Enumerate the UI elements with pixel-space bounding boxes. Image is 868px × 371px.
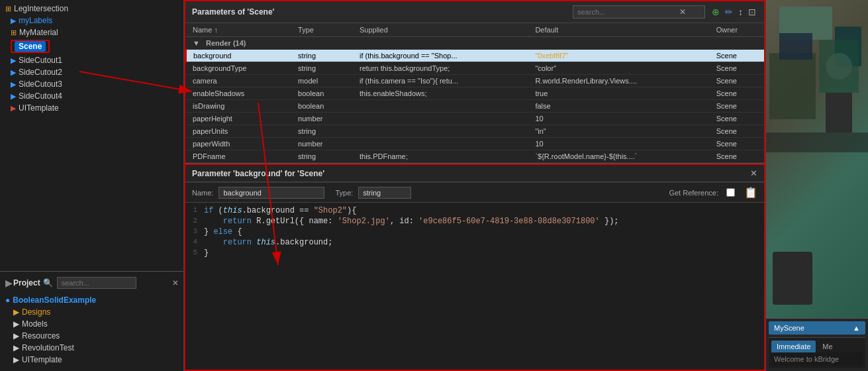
- name-input[interactable]: [218, 187, 324, 199]
- project-models[interactable]: ▶ Models: [0, 318, 183, 330]
- tree-item-uitemplate[interactable]: ▶ UITemplate: [0, 102, 183, 114]
- ref-checkbox[interactable]: [726, 188, 735, 197]
- params-table: Name ↑ Type Supplied Default Owner ▼ Ren…: [185, 23, 764, 163]
- tree-view: ⊞ LegIntersection ▶ myLabels ⊞ MyMateria…: [0, 0, 183, 271]
- project-icon: ▶: [5, 278, 12, 288]
- project-search-input[interactable]: [57, 277, 136, 289]
- circle-icon5: ▶: [11, 92, 16, 101]
- project-label2: roject: [19, 278, 40, 288]
- tree-item-scene[interactable]: Scene: [0, 38, 183, 54]
- table-row[interactable]: backgroundType string return this.backgr…: [186, 62, 764, 75]
- param-default: "in": [528, 125, 709, 138]
- params-title: Parameters of 'Scene': [192, 7, 573, 17]
- type-label: Type:: [335, 189, 353, 197]
- tree-item-sidecutout3[interactable]: ▶ SideCutout3: [0, 78, 183, 90]
- table-row[interactable]: paperHeight number 10 Scene: [186, 113, 764, 125]
- table-row[interactable]: paperWidth number 10 Scene: [186, 138, 764, 150]
- search-icon: 🔍: [43, 278, 53, 288]
- param-type: boolean: [291, 100, 353, 113]
- project-panel: ▶ P roject 🔍 ✕ ● BooleanSolidExample ▶ D…: [0, 271, 183, 371]
- tree-item-label: LegIntersection: [14, 4, 68, 13]
- param-supplied: [353, 100, 528, 113]
- scene-outline: Scene: [11, 40, 50, 53]
- params-search-input[interactable]: [577, 8, 677, 16]
- code-line-3: 3 } else {: [185, 227, 764, 237]
- table-row[interactable]: camera model if (this.camera == "Iso"){ …: [186, 75, 764, 87]
- tree-item-mymaterial[interactable]: ⊞ MyMaterial: [0, 26, 183, 38]
- section-label: ▼ Render (14): [186, 37, 764, 50]
- param-owner: Scene: [710, 125, 764, 138]
- expand-icon[interactable]: ⊡: [747, 5, 757, 19]
- search-clear-button[interactable]: ✕: [679, 7, 686, 17]
- tab-immediate[interactable]: Immediate: [771, 341, 816, 352]
- table-row-background[interactable]: background string if (this.background ==…: [186, 50, 764, 62]
- param-name: backgroundType: [186, 62, 291, 75]
- param-default: true: [528, 87, 709, 100]
- machine-svg: [766, 0, 868, 318]
- detail-header: Parameter 'background' for 'Scene' ✕: [185, 165, 764, 182]
- parameters-panel: Parameters of 'Scene' ✕ ⊕ ✏ ↕ ⊡ Name ↑ T…: [185, 1, 764, 164]
- param-supplied: [353, 138, 528, 150]
- detail-title: Parameter 'background' for 'Scene': [192, 169, 324, 178]
- param-owner: Scene: [710, 75, 764, 87]
- designs-label: Designs: [22, 307, 50, 317]
- project-revolution[interactable]: ▶ RevolutionTest: [0, 342, 183, 354]
- tree-item-sidecutout1[interactable]: ▶ SideCutout1: [0, 54, 183, 66]
- myscene-button[interactable]: MyScene ▲: [769, 321, 865, 335]
- resources-label: Resources: [22, 331, 60, 341]
- tree-item-label: SideCutout2: [19, 68, 62, 77]
- col-type: Type: [291, 23, 353, 37]
- tree-item-label: SideCutout1: [19, 56, 62, 65]
- line-number: 5: [185, 248, 204, 256]
- param-owner: Scene: [710, 87, 764, 100]
- tree-item-sidecutout4[interactable]: ▶ SideCutout4: [0, 90, 183, 102]
- param-type: string: [291, 62, 353, 75]
- edit-icon[interactable]: ✏: [724, 5, 734, 19]
- tree-item-label: SideCutout3: [19, 80, 62, 89]
- type-input[interactable]: [358, 187, 411, 199]
- param-name: paperWidth: [186, 138, 291, 150]
- project-tree: ● BooleanSolidExample ▶ Designs ▶ Models…: [0, 292, 183, 368]
- project-uitemplate[interactable]: ▶ UITemplate: [0, 354, 183, 366]
- col-owner: Owner: [710, 23, 764, 37]
- line-content: if (this.background == "Shop2"){: [204, 206, 356, 215]
- immediate-panel: Immediate Me Welcome to kBridge: [769, 337, 865, 368]
- main-panel: Parameters of 'Scene' ✕ ⊕ ✏ ↕ ⊡ Name ↑ T…: [184, 0, 765, 371]
- code-editor[interactable]: 1 if (this.background == "Shop2"){ 2 ret…: [185, 203, 764, 370]
- tree-item-sidecutout2[interactable]: ▶ SideCutout2: [0, 66, 183, 78]
- tab-me[interactable]: Me: [817, 341, 838, 352]
- param-type: boolean: [291, 87, 353, 100]
- immediate-content: Welcome to kBridge: [771, 352, 863, 366]
- table-row[interactable]: paperUnits string "in" Scene: [186, 125, 764, 138]
- code-line-2: 2 return R.getUrl({ name: 'Shop2.jpg', i…: [185, 216, 764, 227]
- collapse-icon[interactable]: ▼: [193, 39, 200, 47]
- project-root-item[interactable]: ● BooleanSolidExample: [0, 294, 183, 306]
- scene-selected-label: Scene: [15, 41, 46, 52]
- table-row[interactable]: enableShadows boolean this.enableShadows…: [186, 87, 764, 100]
- param-type: model: [291, 75, 353, 87]
- circle-icon: ▶: [11, 17, 16, 25]
- sort-icon[interactable]: ↕: [737, 5, 744, 19]
- param-owner: Scene: [710, 100, 764, 113]
- project-designs[interactable]: ▶ Designs: [0, 306, 183, 318]
- project-label: P: [13, 278, 19, 288]
- param-default: `${R.rootModel.name}-${this....`: [528, 150, 709, 163]
- tree-item-mylabels[interactable]: ▶ myLabels: [0, 15, 183, 26]
- param-default: "color": [528, 62, 709, 75]
- doc-icon[interactable]: 📋: [744, 186, 757, 199]
- right-bottom: MyScene ▲ Immediate Me Welcome to kBridg…: [766, 318, 868, 371]
- tree-item-legintersection[interactable]: ⊞ LegIntersection: [0, 3, 183, 15]
- param-name: paperHeight: [186, 113, 291, 125]
- section-name: Render (14): [206, 39, 246, 47]
- table-row[interactable]: PDFname string this.PDFname; `${R.rootMo…: [186, 150, 764, 163]
- param-name: background: [186, 50, 291, 62]
- param-owner: Scene: [710, 62, 764, 75]
- folder-icon: ▶: [13, 307, 19, 317]
- param-supplied: this.enableShadows;: [353, 87, 528, 100]
- param-supplied: this.PDFname;: [353, 150, 528, 163]
- detail-close-button[interactable]: ✕: [750, 168, 757, 178]
- add-icon[interactable]: ⊕: [710, 5, 721, 19]
- project-close-button[interactable]: ✕: [172, 279, 178, 288]
- project-resources[interactable]: ▶ Resources: [0, 330, 183, 342]
- table-row[interactable]: isDrawing boolean false Scene: [186, 100, 764, 113]
